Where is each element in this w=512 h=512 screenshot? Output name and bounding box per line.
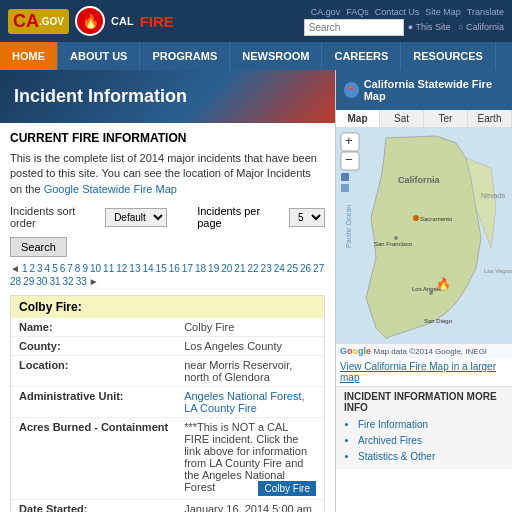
more-info-item-archived[interactable]: Archived Fires — [358, 433, 504, 449]
page-9[interactable]: 9 — [82, 263, 88, 274]
page-6[interactable]: 6 — [60, 263, 66, 274]
svg-text:California: California — [398, 175, 441, 185]
field-label: Name: — [11, 318, 176, 337]
page-28[interactable]: 28 — [10, 276, 21, 287]
page-30[interactable]: 30 — [36, 276, 47, 287]
main-content: Incident Information CURRENT FIRE INFORM… — [0, 70, 512, 512]
page-15[interactable]: 15 — [156, 263, 167, 274]
field-label: Date Started: — [11, 500, 176, 512]
page-26[interactable]: 26 — [300, 263, 311, 274]
page-16[interactable]: 16 — [169, 263, 180, 274]
page-12[interactable]: 12 — [116, 263, 127, 274]
incident-header: Incident Information — [0, 70, 335, 123]
page-2[interactable]: 2 — [29, 263, 35, 274]
page-1[interactable]: 1 — [22, 263, 28, 274]
header-logos: CA.GOV 🔥 CAL FIRE — [8, 6, 174, 36]
field-label: Location: — [11, 356, 176, 387]
svg-rect-18 — [341, 173, 349, 181]
more-info-item-stats[interactable]: Statistics & Other — [358, 449, 504, 465]
per-page-select[interactable]: 5 — [289, 208, 325, 227]
map-tab-earth[interactable]: Earth — [468, 110, 512, 127]
field-label: County: — [11, 337, 176, 356]
page-29[interactable]: 29 — [23, 276, 34, 287]
page-25[interactable]: 25 — [287, 263, 298, 274]
more-info-item-fire[interactable]: Fire Information — [358, 417, 504, 433]
field-value: ***This is NOT a CAL FIRE incident. Clic… — [176, 418, 324, 500]
nav-newsroom[interactable]: NEWSROOM — [230, 42, 322, 70]
left-panel: Incident Information CURRENT FIRE INFORM… — [0, 70, 335, 512]
flame-icon: 🔥 — [75, 6, 105, 36]
page-4[interactable]: 4 — [45, 263, 51, 274]
nav: HOME ABOUT US PROGRAMS NEWSROOM CAREERS … — [0, 42, 512, 70]
page-7[interactable]: 7 — [67, 263, 73, 274]
table-row: Location: near Morris Reservoir, north o… — [11, 356, 324, 387]
search-button[interactable]: Search — [10, 237, 67, 257]
field-value: Colby Fire — [176, 318, 324, 337]
search-input[interactable] — [304, 19, 404, 36]
map-tab-ter[interactable]: Ter — [424, 110, 468, 127]
faqs-link[interactable]: FAQs — [346, 7, 369, 17]
page-10[interactable]: 10 — [90, 263, 101, 274]
field-value: Angeles National Forest, LA County Fire — [176, 387, 324, 418]
page-5[interactable]: 5 — [52, 263, 58, 274]
svg-text:🔥: 🔥 — [436, 276, 451, 291]
translate-link[interactable]: Translate — [467, 7, 504, 17]
colby-section: Colby Fire: Name: Colby Fire County: Los… — [10, 295, 325, 512]
page-11[interactable]: 11 — [103, 263, 114, 274]
map-tab-map[interactable]: Map — [336, 110, 380, 127]
map-area[interactable]: Pacific Ocean Nevada Sacramento San Fran… — [336, 128, 512, 358]
sort-select[interactable]: Default — [105, 208, 167, 227]
page-33[interactable]: 33 — [76, 276, 87, 287]
page-3[interactable]: 3 — [37, 263, 43, 274]
ca-gov-logo[interactable]: CA.GOV — [8, 9, 69, 34]
nav-careers[interactable]: CAREERS — [322, 42, 401, 70]
page-23[interactable]: 23 — [261, 263, 272, 274]
page-21[interactable]: 21 — [234, 263, 245, 274]
page-8[interactable]: 8 — [75, 263, 81, 274]
more-info-section: INCIDENT INFORMATION MORE INFO Fire Info… — [336, 386, 512, 469]
ca-gov-link[interactable]: CA.gov — [311, 7, 341, 17]
page-27[interactable]: 27 — [313, 263, 324, 274]
table-row: Administrative Unit: Angeles National Fo… — [11, 387, 324, 418]
page-17[interactable]: 17 — [182, 263, 193, 274]
svg-text:Pacific Ocean: Pacific Ocean — [345, 205, 352, 248]
prev-arrow[interactable]: ◄ — [10, 263, 20, 274]
svg-point-4 — [413, 215, 419, 221]
colby-fire-button[interactable]: Colby Fire — [258, 481, 316, 496]
page-19[interactable]: 19 — [208, 263, 219, 274]
page-14[interactable]: 14 — [142, 263, 153, 274]
page-13[interactable]: 13 — [129, 263, 140, 274]
map-svg: Pacific Ocean Nevada Sacramento San Fran… — [336, 128, 512, 358]
admin-unit-link[interactable]: Angeles National Forest, LA County Fire — [184, 390, 304, 414]
svg-text:San Diego: San Diego — [424, 318, 453, 324]
nav-resources[interactable]: RESOURCES — [401, 42, 496, 70]
svg-text:Nevada: Nevada — [481, 192, 505, 199]
page-32[interactable]: 32 — [63, 276, 74, 287]
search-bar: ● This Site ○ California — [304, 19, 504, 36]
map-tab-sat[interactable]: Sat — [380, 110, 424, 127]
nav-home[interactable]: HOME — [0, 42, 58, 70]
more-info-list: Fire Information Archived Fires Statisti… — [344, 417, 504, 465]
next-arrow[interactable]: ► — [89, 276, 99, 287]
svg-point-6 — [394, 236, 398, 240]
site-map-link[interactable]: Site Map — [425, 7, 461, 17]
map-larger-link[interactable]: View California Fire Map in a larger map — [336, 358, 512, 386]
page-31[interactable]: 31 — [49, 276, 60, 287]
nav-about[interactable]: ABOUT US — [58, 42, 140, 70]
field-value: Los Angeles County — [176, 337, 324, 356]
nav-programs[interactable]: PROGRAMS — [140, 42, 230, 70]
page-24[interactable]: 24 — [274, 263, 285, 274]
header-right: CA.gov FAQs Contact Us Site Map Translat… — [304, 7, 504, 36]
field-label: Acres Burned - Containment — [11, 418, 176, 500]
map-header-icon: 📍 — [344, 82, 359, 98]
fire-table: Name: Colby Fire County: Los Angeles Cou… — [11, 318, 324, 512]
page-22[interactable]: 22 — [247, 263, 258, 274]
svg-text:+: + — [345, 133, 353, 148]
google-map-link[interactable]: Google Statewide Fire Map — [44, 183, 177, 195]
map-title: California Statewide Fire Map — [364, 78, 504, 102]
contact-link[interactable]: Contact Us — [375, 7, 420, 17]
page-18[interactable]: 18 — [195, 263, 206, 274]
page-20[interactable]: 20 — [221, 263, 232, 274]
svg-text:Sacramento: Sacramento — [420, 216, 453, 222]
right-panel: 📍 California Statewide Fire Map Map Sat … — [335, 70, 512, 512]
